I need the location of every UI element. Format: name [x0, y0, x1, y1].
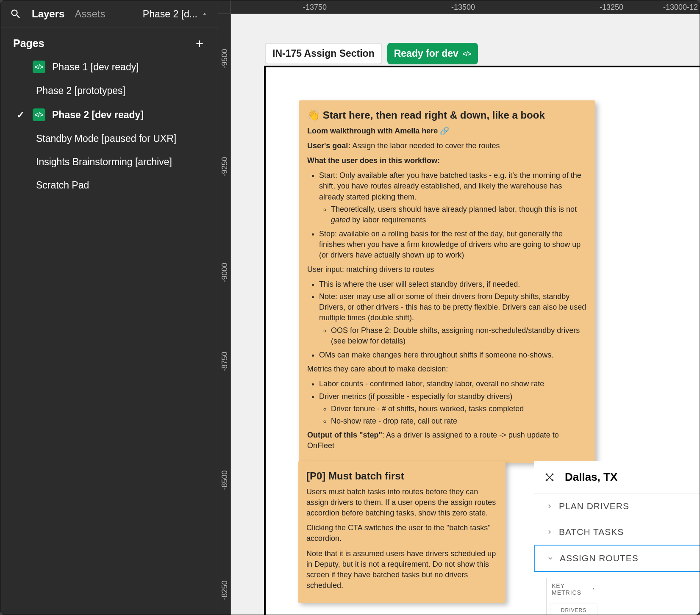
status-text: Ready for dev [394, 48, 458, 59]
ruler-tick: -9500 [220, 49, 229, 68]
city-name: Dallas, TX [565, 471, 617, 484]
pages-header: Pages [0, 28, 218, 55]
page-name: Phase 2 [dev ready] [52, 109, 144, 121]
list-item: Theoretically, users should have already… [331, 204, 587, 225]
ruler-tick: -8500 [220, 470, 229, 490]
tab-assets[interactable]: Assets [75, 8, 105, 20]
key-metrics-card[interactable]: KEY METRICS DRIVERS [546, 578, 601, 615]
chevron-right-icon [546, 503, 553, 510]
dev-ready-badge: </> [33, 61, 45, 73]
ruler-vertical: -9500 -9250 -9000 -8750 -8500 -8250 [218, 14, 231, 615]
ruler-corner [218, 0, 231, 14]
page-item-phase2-proto[interactable]: Phase 2 [prototypes] [20, 79, 218, 102]
link-icon: 🔗 [440, 127, 449, 135]
ruler-tick: -13000 [663, 3, 687, 12]
list-item: This is where the user will select stand… [319, 279, 587, 290]
list-item: Driver tenure - # of shifts, hours worke… [331, 404, 587, 414]
code-icon: </> [463, 50, 471, 57]
page-item-phase2-dev[interactable]: ✓ </> Phase 2 [dev ready] [0, 102, 218, 127]
ruler-tick: -9000 [220, 263, 229, 282]
check-icon: ✓ [17, 109, 26, 121]
loom-link[interactable]: here [422, 127, 438, 135]
user-input-list: This is where the user will select stand… [307, 279, 587, 360]
accordion-assign-routes[interactable]: ASSIGN ROUTES [534, 545, 700, 572]
output-line: Output of this "step": As a driver is as… [307, 430, 587, 451]
metrics-list: Labor counts - confirmed labor, standby … [307, 379, 587, 427]
list-item: No-show rate - drop rate, call out rate [331, 416, 587, 427]
row-label: BATCH TASKS [559, 527, 624, 537]
page-name: Insights Brainstorming [archive] [36, 156, 172, 168]
list-item: Note: user may use all or some of their … [319, 291, 587, 324]
workflow-label: What the user does in this workflow: [307, 155, 587, 166]
drivers-label: DRIVERS [561, 607, 586, 613]
goal-line: User's goal: Assign the labor needed to … [307, 141, 587, 151]
page-item-insights[interactable]: Insights Brainstorming [archive] [20, 150, 218, 174]
page-dropdown[interactable]: Phase 2 [d... [143, 8, 208, 20]
chevron-down-icon [547, 555, 554, 562]
page-item-scratch[interactable]: Scratch Pad [20, 174, 218, 197]
search-icon[interactable] [10, 8, 22, 20]
sidebar-top: Layers Assets Phase 2 [d... [0, 0, 218, 28]
key-metrics-header: KEY METRICS [547, 578, 601, 600]
mockup-panel[interactable]: Dallas, TX PLAN DRIVERS BATCH TASKS ASSI… [534, 461, 700, 615]
ruler-horizontal: -13750 -13500 -13250 -13000 -12 [231, 0, 700, 14]
page-name: Phase 1 [dev ready] [52, 61, 139, 73]
canvas-viewport[interactable]: IN-175 Assign Section Ready for dev </> … [231, 14, 700, 615]
page-item-phase1[interactable]: </> Phase 1 [dev ready] [0, 55, 218, 79]
user-input-label: User input: matching drivers to routes [307, 264, 587, 275]
note-p: Clicking the CTA switches the user to th… [306, 523, 497, 544]
drivers-metric: DRIVERS [550, 604, 597, 615]
note-title: [P0] Must batch first [306, 469, 497, 483]
ruler-tick: -13750 [303, 3, 327, 12]
page-item-standby[interactable]: Standby Mode [paused for UXR] [20, 127, 218, 150]
row-label: ASSIGN ROUTES [560, 553, 639, 563]
list-item: Start: Only available after you have bat… [319, 170, 587, 202]
list-item: OMs can make changes here throughout shi… [319, 350, 587, 360]
page-dropdown-label: Phase 2 [d... [143, 8, 197, 20]
frame-labels: IN-175 Assign Section Ready for dev </> [265, 43, 478, 64]
list-item: Stop: available on a rolling basis for t… [319, 229, 587, 261]
accordion-plan-drivers[interactable]: PLAN DRIVERS [534, 493, 700, 519]
ruler-tick: -13500 [451, 3, 475, 12]
chevron-up-icon [201, 10, 208, 18]
left-sidebar: Layers Assets Phase 2 [d... Pages </> Ph… [0, 0, 218, 615]
chevron-left-icon[interactable] [591, 587, 596, 592]
sticky-note-start-here[interactable]: 👋 Start here, then read right & down, li… [299, 100, 595, 463]
pages-header-label: Pages [13, 37, 44, 50]
add-page-icon[interactable] [194, 38, 205, 49]
ruler-tick: -8250 [220, 580, 229, 600]
accordion-batch-tasks[interactable]: BATCH TASKS [534, 519, 700, 545]
metrics-label: Metrics they care about to make decision… [307, 364, 587, 374]
loom-line: Loom walkthrough with Amelia here 🔗 [307, 126, 587, 136]
page-name: Phase 2 [prototypes] [36, 85, 125, 97]
chevron-right-icon [546, 529, 553, 535]
frame-label-status[interactable]: Ready for dev </> [387, 43, 478, 64]
list-item: Driver metrics (if possible - especially… [319, 391, 587, 402]
design-frame[interactable]: 👋 Start here, then read right & down, li… [264, 66, 700, 615]
page-name: Standby Mode [paused for UXR] [36, 133, 176, 144]
list-item: OOS for Phase 2: Double shifts, assignin… [331, 325, 587, 346]
sticky-note-p0[interactable]: [P0] Must batch first Users must batch t… [298, 461, 506, 603]
canvas-area[interactable]: -13750 -13500 -13250 -13000 -12 -9500 -9… [218, 0, 700, 615]
note-p: Users must batch tasks into routes befor… [306, 487, 497, 519]
ruler-tick: -9250 [220, 157, 229, 176]
key-metrics-label: KEY METRICS [552, 582, 591, 596]
note-p: Note that it is assumed users have drive… [306, 549, 497, 591]
frame-label-ticket[interactable]: IN-175 Assign Section [265, 43, 382, 64]
app-frame: Layers Assets Phase 2 [d... Pages </> Ph… [0, 0, 700, 615]
note-title: 👋 Start here, then read right & down, li… [307, 108, 587, 122]
ruler-tick: -13250 [600, 3, 623, 12]
ruler-tick: -8750 [220, 352, 229, 371]
routes-icon [544, 471, 556, 483]
tab-layers[interactable]: Layers [32, 8, 64, 20]
page-name: Scratch Pad [36, 180, 89, 191]
dev-ready-badge: </> [33, 108, 45, 121]
ruler-tick: -12 [687, 3, 698, 12]
list-item: Labor counts - confirmed labor, standby … [319, 379, 587, 389]
row-label: PLAN DRIVERS [559, 501, 629, 511]
workflow-list: Start: Only available after you have bat… [307, 170, 587, 261]
mock-header: Dallas, TX [534, 461, 700, 493]
